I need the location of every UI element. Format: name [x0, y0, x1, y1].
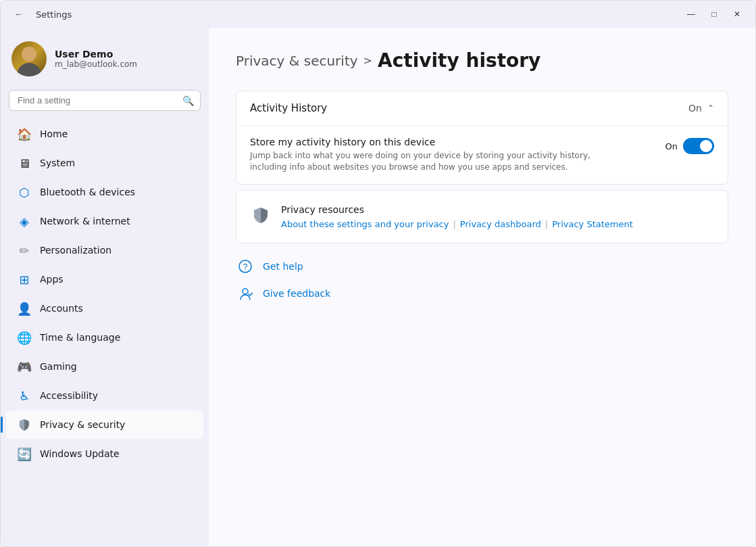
privacy-resources-title: Privacy resources: [281, 204, 714, 215]
sidebar-item-label: Network & internet: [40, 216, 130, 227]
maximize-button[interactable]: □: [704, 7, 724, 22]
give-feedback-icon: [236, 284, 255, 303]
breadcrumb-parent: Privacy & security: [236, 53, 358, 69]
main-layout: User Demo m_lab@outlook.com 🔍 🏠 Home 🖥 S…: [1, 28, 755, 546]
chevron-up-icon: ⌃: [707, 103, 714, 113]
about-settings-link[interactable]: About these settings and your privacy: [281, 219, 449, 229]
sidebar-item-label: Apps: [40, 274, 64, 285]
link-separator-1: |: [453, 219, 455, 229]
bluetooth-icon: ⬡: [17, 185, 32, 199]
accounts-icon: 👤: [17, 301, 32, 316]
sidebar-item-bluetooth[interactable]: ⬡ Bluetooth & devices: [6, 178, 203, 206]
activity-history-body: Store my activity history on this device…: [236, 125, 728, 184]
help-section: ? Get help Give feedback: [236, 257, 728, 303]
sidebar-item-label: Home: [40, 128, 68, 139]
privacy-statement-link[interactable]: Privacy Statement: [552, 219, 633, 229]
sidebar-item-update[interactable]: 🔄 Windows Update: [6, 439, 203, 468]
back-button[interactable]: ←: [9, 7, 29, 22]
sidebar-item-label: Bluetooth & devices: [40, 187, 135, 197]
sidebar-item-privacy[interactable]: Privacy & security: [6, 410, 203, 439]
nav-list: 🏠 Home 🖥 System ⬡ Bluetooth & devices ◈ …: [1, 116, 209, 471]
sidebar-item-system[interactable]: 🖥 System: [6, 149, 203, 177]
sidebar-item-time[interactable]: 🌐 Time & language: [6, 323, 203, 352]
sidebar-item-label: Privacy & security: [40, 419, 125, 430]
user-name: User Demo: [55, 49, 137, 60]
personalization-icon: ✏: [17, 243, 32, 258]
sidebar-item-label: Windows Update: [40, 448, 120, 459]
store-activity-control: On: [665, 138, 714, 154]
sidebar-item-home[interactable]: 🏠 Home: [6, 120, 203, 148]
activity-history-card: Activity History On ⌃ Store my activity …: [236, 91, 728, 185]
activity-status: On: [688, 103, 702, 114]
sidebar-item-apps[interactable]: ⊞ Apps: [6, 265, 203, 293]
time-icon: 🌐: [17, 330, 32, 345]
activity-toggle[interactable]: [683, 138, 714, 154]
accessibility-icon: ♿: [17, 388, 32, 403]
shield-icon: [250, 204, 272, 226]
sidebar-item-personalization[interactable]: ✏ Personalization: [6, 236, 203, 264]
search-box: 🔍: [9, 90, 201, 111]
get-help-icon: ?: [236, 257, 255, 276]
network-icon: ◈: [17, 214, 32, 229]
sidebar-item-gaming[interactable]: 🎮 Gaming: [6, 352, 203, 381]
sidebar-item-label: Time & language: [40, 332, 120, 343]
home-icon: 🏠: [17, 126, 32, 141]
sidebar-item-label: Personalization: [40, 245, 111, 256]
give-feedback-label: Give feedback: [263, 288, 330, 299]
privacy-links: About these settings and your privacy | …: [281, 219, 714, 229]
privacy-resources-card: Privacy resources About these settings a…: [236, 190, 728, 243]
sidebar-item-accounts[interactable]: 👤 Accounts: [6, 294, 203, 323]
sidebar-item-label: System: [40, 158, 75, 168]
store-activity-info: Store my activity history on this device…: [250, 137, 652, 173]
app-title: Settings: [36, 9, 72, 20]
minimize-button[interactable]: —: [681, 7, 701, 22]
privacy-content: Privacy resources About these settings a…: [281, 204, 714, 229]
activity-history-header[interactable]: Activity History On ⌃: [236, 91, 728, 125]
toggle-knob: [700, 140, 712, 152]
store-activity-row: Store my activity history on this device…: [236, 126, 728, 184]
avatar-body: [17, 63, 41, 76]
privacy-dashboard-link[interactable]: Privacy dashboard: [460, 219, 541, 229]
sidebar-item-accessibility[interactable]: ♿ Accessibility: [6, 381, 203, 410]
avatar-face: [22, 47, 36, 62]
search-input[interactable]: [9, 90, 201, 111]
link-separator-2: |: [545, 219, 548, 229]
store-activity-title: Store my activity history on this device: [250, 137, 652, 147]
sidebar-item-network[interactable]: ◈ Network & internet: [6, 207, 203, 235]
user-info: User Demo m_lab@outlook.com: [55, 49, 137, 69]
window-controls: — □ ✕: [681, 7, 747, 22]
give-feedback-item[interactable]: Give feedback: [236, 284, 728, 303]
content-area: Privacy & security > Activity history Ac…: [209, 28, 755, 546]
avatar: [11, 41, 47, 76]
sidebar-item-label: Accessibility: [40, 390, 98, 401]
search-icon: 🔍: [182, 95, 194, 106]
svg-text:?: ?: [243, 262, 248, 272]
activity-header-right: On ⌃: [688, 103, 714, 114]
close-button[interactable]: ✕: [727, 7, 747, 22]
system-icon: 🖥: [17, 156, 32, 170]
user-email: m_lab@outlook.com: [55, 60, 137, 69]
sidebar-item-label: Gaming: [40, 361, 77, 372]
apps-icon: ⊞: [17, 272, 32, 287]
titlebar: ← Settings — □ ✕: [1, 1, 755, 28]
user-profile[interactable]: User Demo m_lab@outlook.com: [1, 28, 209, 87]
get-help-label: Get help: [263, 261, 303, 272]
toggle-on-label: On: [665, 141, 678, 151]
titlebar-left: ← Settings: [9, 7, 72, 22]
breadcrumb-chevron: >: [363, 54, 372, 67]
store-activity-desc: Jump back into what you were doing on yo…: [250, 150, 622, 173]
page-title: Activity history: [378, 49, 540, 72]
gaming-icon: 🎮: [17, 359, 32, 374]
sidebar-item-label: Accounts: [40, 303, 83, 314]
privacy-icon: [17, 417, 32, 432]
sidebar: User Demo m_lab@outlook.com 🔍 🏠 Home 🖥 S…: [1, 28, 209, 546]
update-icon: 🔄: [17, 446, 32, 461]
get-help-item[interactable]: ? Get help: [236, 257, 728, 276]
activity-history-title: Activity History: [250, 102, 327, 114]
settings-window: ← Settings — □ ✕ User Demo m_lab@ou: [0, 0, 756, 547]
page-header: Privacy & security > Activity history: [236, 49, 728, 72]
svg-point-2: [243, 289, 248, 294]
